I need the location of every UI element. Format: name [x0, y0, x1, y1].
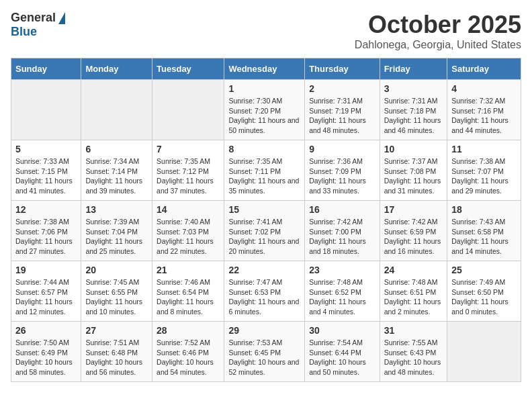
day-number: 21	[157, 265, 220, 275]
day-info: Sunrise: 7:31 AMSunset: 7:19 PMDaylight:…	[309, 96, 375, 136]
logo: General Blue	[11, 11, 65, 39]
day-info: Sunrise: 7:52 AMSunset: 6:46 PMDaylight:…	[157, 338, 220, 377]
day-info: Sunrise: 7:31 AMSunset: 7:18 PMDaylight:…	[384, 96, 443, 136]
day-info: Sunrise: 7:35 AMSunset: 7:11 PMDaylight:…	[228, 156, 300, 196]
column-header-monday: Monday	[81, 58, 152, 80]
day-info: Sunrise: 7:50 AMSunset: 6:49 PMDaylight:…	[15, 338, 77, 377]
day-info: Sunrise: 7:38 AMSunset: 7:06 PMDaylight:…	[15, 217, 77, 257]
page-subtitle: Dahlonega, Georgia, United States	[355, 39, 521, 51]
day-info: Sunrise: 7:42 AMSunset: 6:59 PMDaylight:…	[384, 217, 443, 257]
day-info: Sunrise: 7:41 AMSunset: 7:02 PMDaylight:…	[228, 217, 300, 257]
day-info: Sunrise: 7:44 AMSunset: 6:57 PMDaylight:…	[15, 277, 77, 317]
day-number: 31	[384, 325, 443, 336]
calendar-cell: 30Sunrise: 7:54 AMSunset: 6:44 PMDayligh…	[305, 322, 380, 382]
calendar-cell: 22Sunrise: 7:47 AMSunset: 6:53 PMDayligh…	[224, 261, 305, 322]
day-info: Sunrise: 7:47 AMSunset: 6:53 PMDaylight:…	[228, 277, 300, 317]
calendar-cell: 1Sunrise: 7:30 AMSunset: 7:20 PMDaylight…	[224, 80, 305, 140]
calendar-cell: 15Sunrise: 7:41 AMSunset: 7:02 PMDayligh…	[224, 201, 305, 261]
calendar-cell: 24Sunrise: 7:48 AMSunset: 6:51 PMDayligh…	[380, 261, 447, 322]
day-info: Sunrise: 7:48 AMSunset: 6:51 PMDaylight:…	[384, 277, 443, 317]
day-number: 13	[85, 204, 148, 215]
day-number: 6	[85, 144, 148, 154]
calendar-cell: 19Sunrise: 7:44 AMSunset: 6:57 PMDayligh…	[11, 261, 81, 322]
day-number: 14	[157, 204, 220, 215]
calendar-cell: 18Sunrise: 7:43 AMSunset: 6:58 PMDayligh…	[447, 201, 521, 261]
column-header-sunday: Sunday	[11, 58, 81, 80]
day-number: 17	[384, 204, 443, 215]
calendar-week-row: 5Sunrise: 7:33 AMSunset: 7:15 PMDaylight…	[11, 140, 521, 201]
day-info: Sunrise: 7:39 AMSunset: 7:04 PMDaylight:…	[85, 217, 148, 257]
day-info: Sunrise: 7:34 AMSunset: 7:14 PMDaylight:…	[85, 156, 148, 196]
calendar-cell: 9Sunrise: 7:36 AMSunset: 7:09 PMDaylight…	[305, 140, 380, 201]
day-number: 19	[15, 265, 77, 275]
calendar-cell: 5Sunrise: 7:33 AMSunset: 7:15 PMDaylight…	[11, 140, 81, 201]
calendar-cell: 26Sunrise: 7:50 AMSunset: 6:49 PMDayligh…	[11, 322, 81, 382]
day-info: Sunrise: 7:38 AMSunset: 7:07 PMDaylight:…	[451, 156, 517, 196]
day-info: Sunrise: 7:49 AMSunset: 6:50 PMDaylight:…	[451, 277, 517, 317]
calendar-week-row: 19Sunrise: 7:44 AMSunset: 6:57 PMDayligh…	[11, 261, 521, 322]
day-info: Sunrise: 7:54 AMSunset: 6:44 PMDaylight:…	[309, 338, 375, 377]
day-info: Sunrise: 7:32 AMSunset: 7:16 PMDaylight:…	[451, 96, 517, 136]
logo-triangle-icon	[58, 12, 65, 24]
page-title: October 2025	[355, 11, 521, 39]
day-number: 12	[15, 204, 77, 215]
calendar-cell: 21Sunrise: 7:46 AMSunset: 6:54 PMDayligh…	[152, 261, 224, 322]
calendar-cell	[81, 80, 152, 140]
column-header-wednesday: Wednesday	[224, 58, 305, 80]
calendar-cell: 8Sunrise: 7:35 AMSunset: 7:11 PMDaylight…	[224, 140, 305, 201]
day-number: 8	[228, 144, 300, 154]
day-info: Sunrise: 7:37 AMSunset: 7:08 PMDaylight:…	[384, 156, 443, 196]
calendar-cell: 6Sunrise: 7:34 AMSunset: 7:14 PMDaylight…	[81, 140, 152, 201]
calendar-cell: 2Sunrise: 7:31 AMSunset: 7:19 PMDaylight…	[305, 80, 380, 140]
day-number: 18	[451, 204, 517, 215]
day-info: Sunrise: 7:48 AMSunset: 6:52 PMDaylight:…	[309, 277, 375, 317]
day-number: 10	[384, 144, 443, 154]
calendar-cell: 16Sunrise: 7:42 AMSunset: 7:00 PMDayligh…	[305, 201, 380, 261]
calendar-cell: 28Sunrise: 7:52 AMSunset: 6:46 PMDayligh…	[152, 322, 224, 382]
logo-general-text: General	[11, 11, 56, 25]
day-number: 9	[309, 144, 375, 154]
calendar-cell: 7Sunrise: 7:35 AMSunset: 7:12 PMDaylight…	[152, 140, 224, 201]
day-info: Sunrise: 7:30 AMSunset: 7:20 PMDaylight:…	[228, 96, 300, 136]
calendar-week-row: 12Sunrise: 7:38 AMSunset: 7:06 PMDayligh…	[11, 201, 521, 261]
day-number: 1	[228, 83, 300, 94]
calendar-table: SundayMondayTuesdayWednesdayThursdayFrid…	[11, 58, 521, 382]
day-number: 15	[228, 204, 300, 215]
calendar-cell: 31Sunrise: 7:55 AMSunset: 6:43 PMDayligh…	[380, 322, 447, 382]
day-number: 28	[157, 325, 220, 336]
calendar-cell: 4Sunrise: 7:32 AMSunset: 7:16 PMDaylight…	[447, 80, 521, 140]
calendar-cell	[152, 80, 224, 140]
calendar-cell: 25Sunrise: 7:49 AMSunset: 6:50 PMDayligh…	[447, 261, 521, 322]
calendar-cell: 29Sunrise: 7:53 AMSunset: 6:45 PMDayligh…	[224, 322, 305, 382]
day-number: 20	[85, 265, 148, 275]
day-number: 24	[384, 265, 443, 275]
calendar-cell: 14Sunrise: 7:40 AMSunset: 7:03 PMDayligh…	[152, 201, 224, 261]
day-info: Sunrise: 7:35 AMSunset: 7:12 PMDaylight:…	[157, 156, 220, 196]
calendar-cell	[447, 322, 521, 382]
day-number: 27	[85, 325, 148, 336]
day-info: Sunrise: 7:51 AMSunset: 6:48 PMDaylight:…	[85, 338, 148, 377]
day-number: 29	[228, 325, 300, 336]
day-number: 4	[451, 83, 517, 94]
calendar-cell: 27Sunrise: 7:51 AMSunset: 6:48 PMDayligh…	[81, 322, 152, 382]
calendar-week-row: 1Sunrise: 7:30 AMSunset: 7:20 PMDaylight…	[11, 80, 521, 140]
calendar-cell: 23Sunrise: 7:48 AMSunset: 6:52 PMDayligh…	[305, 261, 380, 322]
day-number: 5	[15, 144, 77, 154]
column-header-friday: Friday	[380, 58, 447, 80]
day-info: Sunrise: 7:40 AMSunset: 7:03 PMDaylight:…	[157, 217, 220, 257]
calendar-cell: 17Sunrise: 7:42 AMSunset: 6:59 PMDayligh…	[380, 201, 447, 261]
day-number: 25	[451, 265, 517, 275]
column-header-saturday: Saturday	[447, 58, 521, 80]
day-info: Sunrise: 7:46 AMSunset: 6:54 PMDaylight:…	[157, 277, 220, 317]
day-info: Sunrise: 7:55 AMSunset: 6:43 PMDaylight:…	[384, 338, 443, 377]
day-number: 22	[228, 265, 300, 275]
calendar-cell: 20Sunrise: 7:45 AMSunset: 6:55 PMDayligh…	[81, 261, 152, 322]
day-info: Sunrise: 7:33 AMSunset: 7:15 PMDaylight:…	[15, 156, 77, 196]
day-number: 11	[451, 144, 517, 154]
day-number: 7	[157, 144, 220, 154]
column-header-tuesday: Tuesday	[152, 58, 224, 80]
logo-blue-text: Blue	[11, 25, 37, 39]
day-number: 30	[309, 325, 375, 336]
calendar-cell: 11Sunrise: 7:38 AMSunset: 7:07 PMDayligh…	[447, 140, 521, 201]
page-header: General Blue October 2025 Dahlonega, Geo…	[11, 11, 521, 51]
